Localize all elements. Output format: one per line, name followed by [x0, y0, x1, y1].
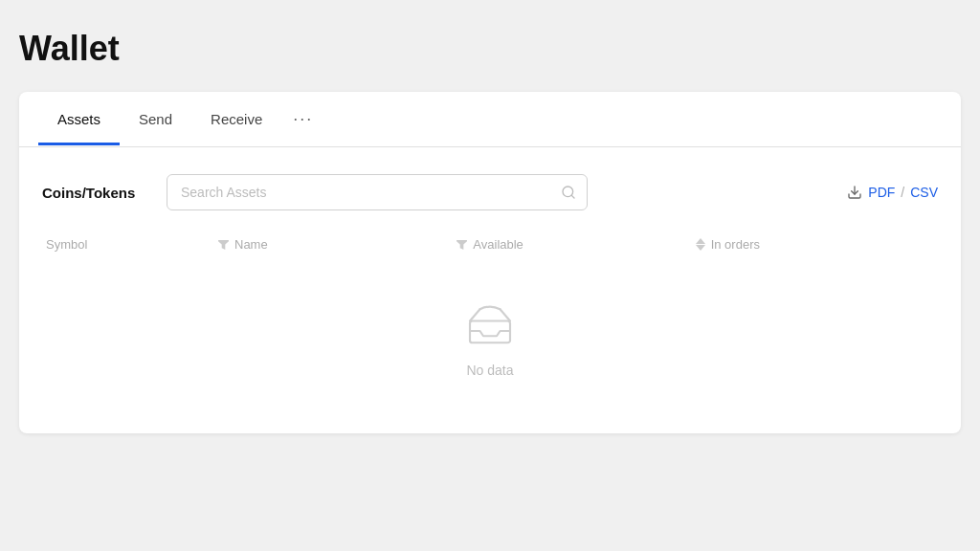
col-available-label: Available: [473, 237, 523, 252]
coins-tokens-label: Coins/Tokens: [42, 185, 147, 201]
export-csv-button[interactable]: CSV: [910, 185, 938, 200]
wallet-card: Assets Send Receive ··· Coins/Tokens: [19, 92, 961, 433]
col-name-label: Name: [234, 237, 268, 252]
search-box: [167, 174, 588, 210]
export-pdf-button[interactable]: PDF: [868, 185, 895, 200]
empty-inbox-icon: [463, 298, 517, 351]
export-separator: /: [901, 185, 904, 200]
tab-send[interactable]: Send: [120, 94, 191, 145]
filter-icon-name: [218, 240, 229, 250]
tab-more[interactable]: ···: [281, 92, 324, 147]
svg-line-4: [470, 309, 480, 320]
download-icon: [847, 185, 862, 200]
col-symbol-label: Symbol: [46, 237, 87, 252]
tab-bar: Assets Send Receive ···: [19, 92, 961, 147]
sort-arrows-in-orders: [696, 238, 705, 251]
no-data-label: No data: [466, 363, 513, 378]
tab-assets[interactable]: Assets: [38, 94, 120, 145]
no-data-area: No data: [42, 259, 938, 407]
export-area: PDF / CSV: [847, 185, 938, 200]
svg-line-5: [501, 309, 511, 320]
col-symbol: Symbol: [46, 237, 218, 252]
col-available[interactable]: Available: [457, 237, 695, 252]
page-title: Wallet: [19, 29, 961, 69]
page-wrapper: Wallet Assets Send Receive ··· Coins/Tok…: [0, 0, 980, 452]
search-row: Coins/Tokens: [42, 174, 938, 210]
col-name[interactable]: Name: [218, 237, 457, 252]
col-in-orders[interactable]: In orders: [696, 237, 934, 252]
filter-icon-available: [457, 240, 467, 250]
col-in-orders-label: In orders: [711, 237, 760, 252]
tab-receive[interactable]: Receive: [191, 94, 281, 145]
tab-content: Coins/Tokens: [19, 147, 961, 433]
search-input[interactable]: [167, 174, 588, 210]
table-header: Symbol Name: [42, 237, 938, 252]
